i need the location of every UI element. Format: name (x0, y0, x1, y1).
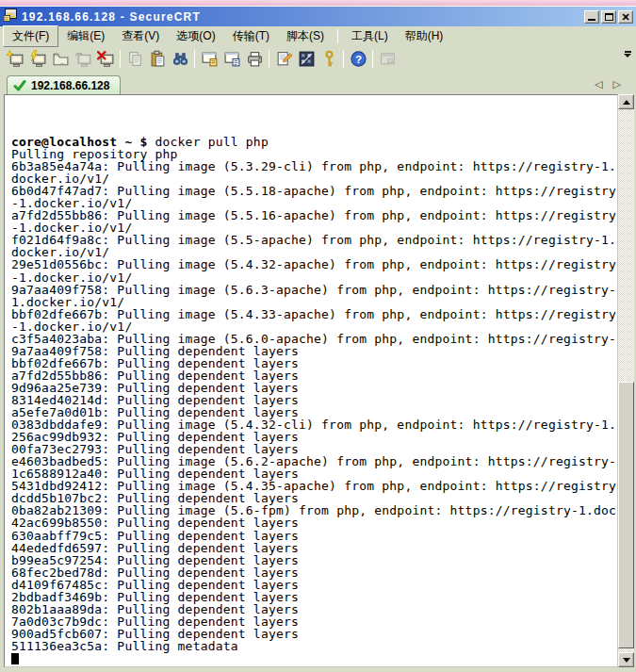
toolbar: ? (0, 46, 636, 72)
scrollbar-thumb[interactable] (618, 382, 634, 648)
menu-file[interactable]: 文件(F) (3, 25, 58, 47)
menu-edit[interactable]: 编辑(E) (58, 26, 113, 46)
terminal-line: -1.docker.io/v1/ (11, 271, 617, 284)
computer-lightning-icon (29, 50, 47, 68)
menu-view[interactable]: 查看(V) (113, 26, 168, 46)
raw-log-session-button[interactable] (220, 48, 243, 70)
copy-icon (126, 50, 144, 68)
svg-text:?: ? (354, 53, 361, 65)
toolbar-separator (372, 50, 373, 68)
terminal-line: bbf02dfe667b: Pulling dependent layers (11, 357, 617, 369)
toolbar-separator (269, 50, 269, 68)
arrow-up-icon (623, 100, 630, 105)
close-button[interactable]: ✕ (618, 10, 633, 24)
properties-pencil-icon (275, 50, 293, 68)
terminal-line: 9a7aa409f758: Pulling dependent layers (11, 345, 617, 357)
menu-separator (337, 29, 338, 43)
terminal-line: 1.docker.io/v1/ (11, 296, 617, 308)
terminal-line: 511136ea3c5a: Pulling metadata (11, 640, 617, 652)
terminal-line: 2bdbadf3469b: Pulling dependent layers (11, 591, 617, 603)
window-bottom-border (0, 667, 636, 672)
terminal-line: a7fd2d55bb86: Pulling dependent layers (11, 369, 617, 382)
reconnect-button (72, 48, 94, 70)
terminal-line: -1.docker.io/v1/ (11, 320, 617, 333)
terminal-line: 42ac699b8550: Pulling dependent layers (11, 516, 617, 529)
arrow-down-icon (623, 658, 630, 663)
minimize-icon (588, 19, 595, 21)
help-icon: ? (350, 50, 367, 68)
terminal-line: 802b1aaa89da: Pulling dependent layers (11, 603, 617, 615)
computer-refresh-icon (74, 50, 92, 68)
printer-icon (246, 50, 264, 68)
session-tab[interactable]: 192.168.66.128 (7, 75, 121, 94)
menu-tools[interactable]: 工具(L) (343, 26, 397, 46)
terminal-screen[interactable]: core@localhost ~ $ docker pull php Pulli… (4, 94, 618, 667)
folder-icon (52, 50, 70, 68)
binoculars-icon (171, 50, 189, 68)
terminal-line: 44ededfd6597: Pulling dependent layers (11, 542, 617, 554)
quick-connect-button[interactable] (4, 48, 26, 70)
screen-raw-log-icon (223, 50, 241, 68)
menu-options[interactable]: 选项(O) (168, 26, 223, 46)
toolbar-overflow-button[interactable] (624, 51, 631, 57)
maximize-button[interactable] (601, 10, 616, 24)
computer-sparkle-icon (7, 50, 24, 68)
session-manager-button (376, 48, 399, 70)
scrollbar-down-button[interactable] (618, 652, 634, 667)
terminal-line: 68fec2bed78d: Pulling dependent layers (11, 566, 617, 579)
tab-scroll-right-icon[interactable]: ▷ (613, 79, 621, 90)
securecrt-window: 192.168.66.128 - SecureCRT ✕ 文件(F) 编辑(E)… (0, 0, 636, 672)
session-options-button[interactable] (272, 48, 295, 70)
app-icon (3, 8, 18, 26)
scrollbar-up-button[interactable] (618, 94, 634, 109)
terminal-line: 630aabff79c5: Pulling dependent layers (11, 530, 617, 542)
paste-icon (149, 50, 167, 68)
screen-log-icon (201, 50, 219, 68)
tab-bar: 192.168.66.128 ◁ ▷ (0, 72, 636, 94)
window-title: 192.168.66.128 - SecureCRT (22, 10, 201, 24)
help-button[interactable]: ? (347, 48, 369, 70)
toolbar-separator (194, 50, 195, 68)
titlebar[interactable]: 192.168.66.128 - SecureCRT ✕ (0, 7, 636, 26)
chevron-down-icon (625, 51, 631, 53)
menu-help[interactable]: 帮助(H) (397, 26, 452, 46)
close-icon: ✕ (621, 12, 629, 22)
maximize-icon (605, 13, 613, 21)
terminal-cursor-line (11, 652, 617, 664)
copy-button (123, 48, 146, 70)
menubar: 文件(F) 编辑(E) 查看(V) 选项(O) 传输(T) 脚本(S) 工具(L… (0, 26, 636, 46)
find-button[interactable] (169, 48, 191, 70)
minimize-button[interactable] (584, 10, 599, 24)
key-icon (320, 50, 338, 68)
terminal-output: Pulling repository php6b3a85e4a74a: Pull… (11, 148, 617, 652)
key-agent-button[interactable] (318, 48, 340, 70)
window-icon (379, 50, 397, 68)
terminal-line: 9a7aa409f758: Pulling image (5.6.3-apach… (11, 284, 617, 296)
menu-transfer[interactable]: 传输(T) (224, 26, 278, 46)
terminal-line: 29e51d0556bc: Pulling image (5.4.32-apac… (11, 258, 617, 270)
menu-script[interactable]: 脚本(S) (278, 26, 333, 46)
options-grid-icon (298, 50, 316, 68)
tab-scroll-left-icon[interactable]: ◁ (595, 79, 602, 90)
disconnect-button[interactable] (94, 48, 117, 70)
paste-button[interactable] (146, 48, 169, 70)
toolbar-separator (120, 50, 121, 68)
terminal-line: 7a0d03c7b9dc: Pulling dependent layers (11, 615, 617, 628)
green-check-icon (13, 79, 26, 92)
connect-button[interactable] (26, 48, 49, 70)
terminal-line: d4109f67485c: Pulling dependent layers (11, 579, 617, 591)
terminal-scrollbar[interactable] (618, 94, 634, 667)
terminal-cursor (11, 653, 19, 664)
computer-x-icon (97, 50, 115, 68)
log-session-button[interactable] (198, 48, 220, 70)
terminal-line: b99ea5c97254: Pulling dependent layers (11, 554, 617, 566)
terminal-line: bbf02dfe667b: Pulling image (5.4.33-apac… (11, 308, 617, 320)
session-tab-label: 192.168.66.128 (31, 79, 109, 92)
global-options-button[interactable] (295, 48, 318, 70)
print-button[interactable] (243, 48, 266, 70)
connect-in-tab-button[interactable] (49, 48, 72, 70)
toolbar-separator (343, 50, 344, 68)
terminal-line: 900ad5fcb607: Pulling dependent layers (11, 628, 617, 640)
terminal-line: c3f5a4023aba: Pulling image (5.6.0-apach… (11, 333, 617, 345)
